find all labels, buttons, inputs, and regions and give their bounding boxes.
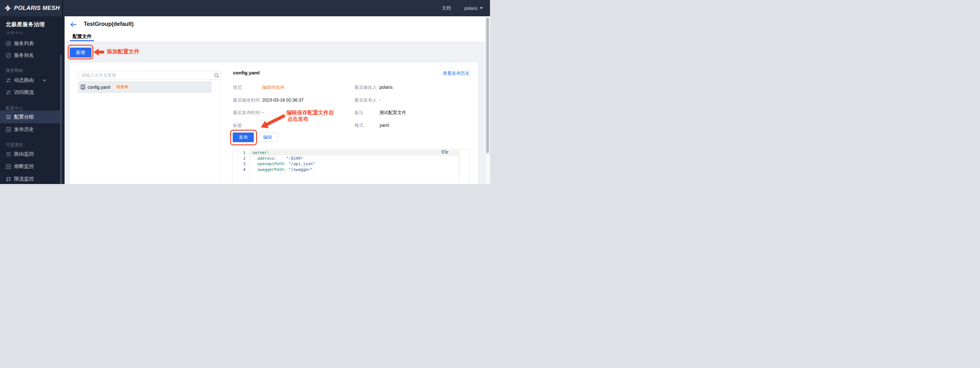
list-icon [6,114,11,120]
logo-text: POLARIS MESH [14,5,60,11]
sidebar-section-service-mesh: 服务网格 [6,68,23,73]
user-name: polaris [465,6,477,11]
sidebar-section-observability: 可观测性 [6,142,23,148]
page-header-band [65,16,490,41]
sidebar-item-circuit-breaker-monitor[interactable]: 熔断监控 [0,163,60,170]
annotation-arrow-left-icon [90,47,105,57]
edit-button[interactable]: 编辑 [257,133,278,142]
chevron-down-icon [43,79,46,81]
file-list-item-selected[interactable]: config.yaml 待发布 [78,81,212,93]
polaris-console: POLARIS MESH 文档 polaris 北极星服务治理 注册中心 服务列… [0,0,490,184]
search-input[interactable] [78,71,221,79]
sidebar-item-ratelimit-monitor[interactable]: 限流监控 [0,175,60,183]
docs-link[interactable]: 文档 [442,5,451,11]
tab-active-underline [70,40,94,41]
content-card: config.yaml 待发布 config.yaml 查看发布历史 状态 编辑… [70,63,478,184]
status-badge: 待发布 [115,84,130,90]
annotation-arrow-diagonal-icon [258,113,290,132]
field-label: 状态 [233,85,242,90]
sidebar: 北极星服务治理 注册中心 服务列表 服务别名 服务网格 [0,16,65,184]
annotation-publish-note-line1: 编辑保存配置文件后 [286,109,334,116]
field-value: 2023-03-16 02:36:37 [262,97,304,103]
sliders-icon [6,90,11,95]
document-icon [81,84,85,90]
topbar-menu: 文档 polaris [442,0,483,16]
panel-divider [221,79,221,184]
sidebar-title: 北极星服务治理 [6,21,45,28]
chart-box-icon [6,127,11,132]
code-line: 1 server: [233,150,469,155]
add-button[interactable]: 新增 [70,48,91,57]
publish-button[interactable]: 发布 [233,133,254,142]
grid-icon [6,176,11,182]
field-label: 备注 [355,110,363,116]
field-label: 标签 [233,123,242,128]
page-title: TestGroup(default) [84,21,134,27]
hexagon-slash-icon [6,53,11,58]
editor-scrollbar-filler [459,149,470,184]
field-label: 最后发布人 [355,97,377,103]
code-line: 4 swaggerPath: "/swagger" [233,167,469,173]
tab-config-files[interactable]: 配置文件 [73,33,92,40]
annotation-add-note: 添加配置文件 [107,48,139,55]
code-line: 3 openapiPath: "/api.json" [233,161,469,167]
field-label: 格式 [355,123,363,128]
chart-box-icon [6,164,11,169]
sidebar-scrollbar[interactable] [60,55,62,184]
field-value: - [379,97,381,103]
sliders-icon [6,78,11,83]
view-release-history-link[interactable]: 查看发布历史 [443,71,469,76]
search-icon[interactable] [214,73,219,78]
list-icon [6,151,11,157]
topbar-divider [62,0,63,16]
field-value: polaris [379,85,393,90]
sidebar-item-service-alias[interactable]: 服务别名 [0,51,60,59]
user-menu[interactable]: polaris [465,6,483,11]
field-value-status: 编辑待发布 [262,85,285,90]
page-scrollbar-thumb[interactable] [486,17,489,153]
pulse-circle-icon [6,41,11,46]
back-arrow-icon[interactable] [70,22,77,27]
field-value: yaml [379,123,389,128]
sidebar-item-release-history[interactable]: 发布历史 [0,125,60,133]
file-name: config.yaml [88,85,110,90]
caret-down-icon [480,7,483,9]
polaris-star-icon [4,5,11,12]
sidebar-item-service-list[interactable]: 服务列表 [0,40,60,47]
field-label: 最后修改时间 [233,97,260,103]
field-label: 最后修改人 [355,85,377,90]
sidebar-item-config-groups[interactable]: 配置分组 [0,113,60,121]
sidebar-item-route-monitor[interactable]: 路由监控 [0,150,60,158]
field-value: 测试配置文件 [379,110,406,116]
detail-filename: config.yaml [233,70,259,75]
sidebar-item-rate-limit[interactable]: 访问限流 [0,89,60,96]
minimap-icon [441,150,449,154]
annotation-publish-note-line2: 点击发布 [287,116,309,123]
field-label: 最后发布时间 [233,110,260,116]
yaml-editor[interactable]: 1 server: 2 address: ":8199" 3 openapiPa… [232,149,470,184]
logo[interactable]: POLARIS MESH [4,5,60,12]
sidebar-item-dynamic-routing[interactable]: 动态路由 [0,76,60,84]
code-line: 2 address: ":8199" [233,155,469,161]
top-bar: POLARIS MESH 文档 polaris [0,0,490,16]
sidebar-section-registry-clipped: 注册中心 [6,32,44,34]
